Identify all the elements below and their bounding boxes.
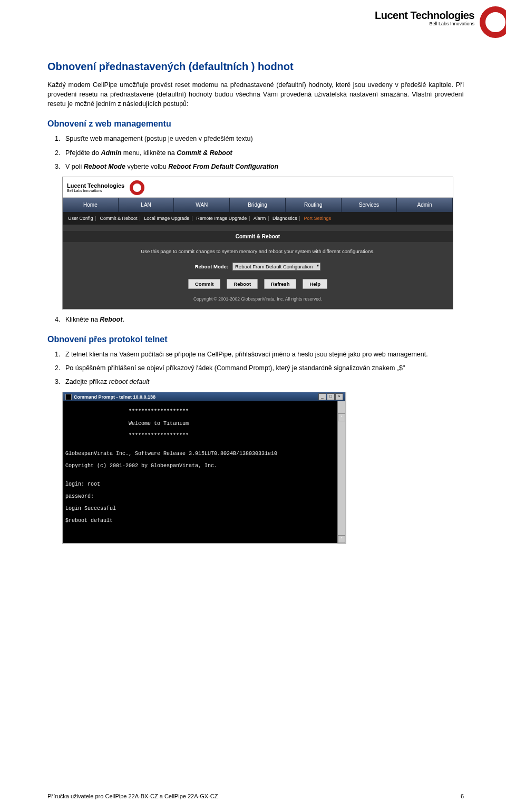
minimize-icon[interactable]: _ <box>318 393 326 400</box>
telnet-steps-list: Z telnet klienta na Vašem počítači se př… <box>47 350 464 386</box>
heading-web-management: Obnovení z web managementu <box>47 119 464 129</box>
panel-title: Commit & Reboot <box>63 231 453 242</box>
subtab-remote-image[interactable]: Remote Image Upgrade <box>196 216 247 221</box>
subtab-diagnostics[interactable]: Diagnostics <box>273 216 297 221</box>
telnet-step-2: Po úspěšném přihlášení se objeví příkazo… <box>62 363 464 373</box>
web-steps-list: Spusťte web management (postup je uveden… <box>47 134 464 171</box>
scroll-up-icon[interactable]: ▴ <box>338 413 345 421</box>
terminal-screenshot: Command Prompt - telnet 10.0.0.138 _ □ ×… <box>62 392 346 544</box>
web-step-4: Klikněte na Reboot. <box>62 315 464 324</box>
subtab-local-image[interactable]: Local Image Upgrade <box>144 216 189 221</box>
web-step-1: Spusťte web management (postup je uveden… <box>62 134 464 143</box>
reboot-button[interactable]: Reboot <box>227 279 258 289</box>
tab-admin[interactable]: Admin <box>397 198 453 212</box>
web-step-3: V poli Reboot Mode vyberte volbu Reboot … <box>62 162 464 171</box>
tab-routing[interactable]: Routing <box>286 198 342 212</box>
subtab-alarm[interactable]: Alarm <box>254 216 266 221</box>
commit-button[interactable]: Commit <box>188 279 220 289</box>
telnet-step-1: Z telnet klienta na Vašem počítači se př… <box>62 350 464 359</box>
brand-ring-icon <box>480 6 506 38</box>
brand-header: Lucent Technologies Bell Labs Innovation… <box>375 9 474 26</box>
footer-title: Příručka uživatele pro CellPipe 22A-BX-C… <box>47 793 218 799</box>
page-number: 6 <box>461 793 464 799</box>
web-ui-screenshot: Lucent Technologies Bell Labs Innovation… <box>62 177 453 310</box>
web-ui-panel: Commit & Reboot Use this page to commit … <box>63 225 453 309</box>
subtab-port-settings[interactable]: Port Settings <box>304 216 331 221</box>
brand-tagline: Bell Labs Innovations <box>375 21 474 26</box>
reboot-mode-label: Reboot Mode: <box>195 264 228 269</box>
tab-bridging[interactable]: Bridging <box>230 198 286 212</box>
panel-description: Use this page to commit changes to syste… <box>71 248 444 254</box>
terminal-body: ******************* Welcome to Titanium … <box>63 401 345 543</box>
page-footer: Příručka uživatele pro CellPipe 22A-BX-C… <box>47 793 464 799</box>
tab-home[interactable]: Home <box>63 198 119 212</box>
reboot-mode-select[interactable]: Reboot From Default Configuration <box>232 263 320 270</box>
maximize-icon[interactable]: □ <box>327 393 335 400</box>
brand-ring-icon <box>130 180 144 195</box>
brand-name: Lucent Technologies <box>375 9 474 22</box>
tab-wan[interactable]: WAN <box>174 198 230 212</box>
tab-lan[interactable]: LAN <box>119 198 174 212</box>
page-heading-1: Obnovení přednastavených (defaultních ) … <box>47 61 464 73</box>
scroll-down-icon[interactable]: ▾ <box>338 535 345 543</box>
subtab-user-config[interactable]: User Config <box>68 216 93 221</box>
close-icon[interactable]: × <box>335 393 343 400</box>
terminal-titlebar: Command Prompt - telnet 10.0.0.138 _ □ × <box>63 392 345 401</box>
panel-copyright: Copyright © 2001-2002 GlobespanVirata, I… <box>71 296 444 302</box>
refresh-button[interactable]: Refresh <box>264 279 296 289</box>
help-button[interactable]: Help <box>303 279 327 289</box>
subtab-commit-reboot[interactable]: Commit & Reboot <box>100 216 137 221</box>
web-ui-header: Lucent Technologies Bell Labs Innovation… <box>63 177 453 198</box>
web-step-2: Přejděte do Admin menu, klikněte na Comm… <box>62 148 464 158</box>
panel-buttons: Commit Reboot Refresh Help <box>71 279 444 289</box>
tab-services[interactable]: Services <box>342 198 397 212</box>
intro-paragraph: Každý modem CellPipe umožňuje provést re… <box>47 80 464 109</box>
telnet-step-3: Zadejte příkaz reboot default <box>62 377 464 386</box>
web-steps-list-cont: Klikněte na Reboot. <box>47 315 464 324</box>
web-ui-subtabs: User Config| Commit & Reboot| Local Imag… <box>63 212 453 225</box>
terminal-icon <box>65 394 72 400</box>
heading-telnet: Obnovení přes protokol telnet <box>47 335 464 344</box>
web-ui-main-tabs: Home LAN WAN Bridging Routing Services A… <box>63 198 453 212</box>
terminal-title-text: Command Prompt - telnet 10.0.0.138 <box>74 394 316 400</box>
terminal-scrollbar[interactable]: ▴ ▾ <box>337 401 345 543</box>
